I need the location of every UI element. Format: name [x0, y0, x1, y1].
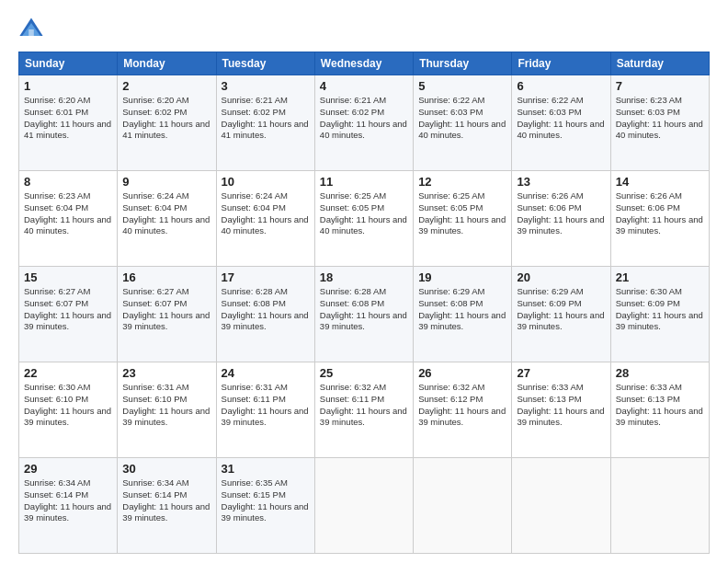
week-row-1: 1 Sunrise: 6:20 AM Sunset: 6:01 PM Dayli…: [19, 75, 710, 171]
day-cell-6: 6 Sunrise: 6:22 AM Sunset: 6:03 PM Dayli…: [512, 75, 610, 171]
empty-cell: [314, 458, 413, 554]
day-number: 11: [320, 175, 408, 189]
day-number: 6: [517, 79, 605, 93]
logo-icon: [18, 17, 44, 42]
day-number: 5: [418, 79, 506, 93]
week-row-3: 15 Sunrise: 6:27 AM Sunset: 6:07 PM Dayl…: [19, 267, 710, 362]
empty-cell: [414, 458, 512, 554]
week-row-4: 22 Sunrise: 6:30 AM Sunset: 6:10 PM Dayl…: [19, 362, 710, 458]
weekday-friday: Friday: [512, 52, 610, 75]
day-number: 14: [616, 175, 704, 189]
day-number: 27: [517, 366, 605, 380]
day-cell-7: 7 Sunrise: 6:23 AM Sunset: 6:03 PM Dayli…: [610, 75, 709, 171]
day-info: Sunrise: 6:28 AM Sunset: 6:08 PM Dayligh…: [320, 286, 408, 333]
day-cell-11: 11 Sunrise: 6:25 AM Sunset: 6:05 PM Dayl…: [314, 171, 413, 267]
day-cell-30: 30 Sunrise: 6:34 AM Sunset: 6:14 PM Dayl…: [118, 458, 216, 554]
day-info: Sunrise: 6:33 AM Sunset: 6:13 PM Dayligh…: [616, 382, 704, 429]
day-number: 19: [418, 270, 506, 284]
svg-rect-2: [28, 29, 34, 36]
logo: [18, 17, 50, 42]
day-number: 30: [122, 462, 210, 476]
day-cell-15: 15 Sunrise: 6:27 AM Sunset: 6:07 PM Dayl…: [19, 267, 118, 362]
day-cell-4: 4 Sunrise: 6:21 AM Sunset: 6:02 PM Dayli…: [314, 75, 413, 171]
day-number: 8: [24, 175, 112, 189]
day-cell-27: 27 Sunrise: 6:33 AM Sunset: 6:13 PM Dayl…: [512, 362, 610, 458]
day-info: Sunrise: 6:21 AM Sunset: 6:02 PM Dayligh…: [320, 95, 408, 142]
weekday-thursday: Thursday: [414, 52, 512, 75]
day-number: 20: [517, 270, 605, 284]
day-number: 18: [320, 270, 408, 284]
day-number: 12: [418, 175, 506, 189]
day-number: 10: [222, 175, 310, 189]
day-number: 15: [24, 270, 112, 284]
day-cell-22: 22 Sunrise: 6:30 AM Sunset: 6:10 PM Dayl…: [19, 362, 118, 458]
page: SundayMondayTuesdayWednesdayThursdayFrid…: [0, 0, 728, 563]
weekday-saturday: Saturday: [610, 52, 709, 75]
weekday-wednesday: Wednesday: [314, 52, 413, 75]
day-number: 9: [122, 175, 210, 189]
day-number: 13: [517, 175, 605, 189]
day-number: 31: [222, 462, 310, 476]
day-info: Sunrise: 6:24 AM Sunset: 6:04 PM Dayligh…: [222, 190, 310, 237]
calendar-table: SundayMondayTuesdayWednesdayThursdayFrid…: [18, 52, 710, 554]
day-cell-16: 16 Sunrise: 6:27 AM Sunset: 6:07 PM Dayl…: [118, 267, 216, 362]
day-info: Sunrise: 6:27 AM Sunset: 6:07 PM Dayligh…: [24, 286, 112, 333]
day-cell-23: 23 Sunrise: 6:31 AM Sunset: 6:10 PM Dayl…: [118, 362, 216, 458]
day-info: Sunrise: 6:32 AM Sunset: 6:11 PM Dayligh…: [320, 382, 408, 429]
day-info: Sunrise: 6:22 AM Sunset: 6:03 PM Dayligh…: [517, 95, 605, 142]
day-number: 22: [24, 366, 112, 380]
header: [18, 17, 710, 42]
day-info: Sunrise: 6:23 AM Sunset: 6:03 PM Dayligh…: [616, 95, 704, 142]
day-number: 7: [616, 79, 704, 93]
day-info: Sunrise: 6:33 AM Sunset: 6:13 PM Dayligh…: [517, 382, 605, 429]
day-info: Sunrise: 6:21 AM Sunset: 6:02 PM Dayligh…: [222, 95, 310, 142]
day-number: 26: [418, 366, 506, 380]
day-info: Sunrise: 6:23 AM Sunset: 6:04 PM Dayligh…: [24, 190, 112, 237]
day-number: 21: [616, 270, 704, 284]
day-number: 29: [24, 462, 112, 476]
day-number: 25: [320, 366, 408, 380]
day-info: Sunrise: 6:26 AM Sunset: 6:06 PM Dayligh…: [517, 190, 605, 237]
day-cell-29: 29 Sunrise: 6:34 AM Sunset: 6:14 PM Dayl…: [19, 458, 118, 554]
day-info: Sunrise: 6:25 AM Sunset: 6:05 PM Dayligh…: [418, 190, 506, 237]
day-info: Sunrise: 6:22 AM Sunset: 6:03 PM Dayligh…: [418, 95, 506, 142]
day-info: Sunrise: 6:32 AM Sunset: 6:12 PM Dayligh…: [418, 382, 506, 429]
day-cell-17: 17 Sunrise: 6:28 AM Sunset: 6:08 PM Dayl…: [216, 267, 314, 362]
day-info: Sunrise: 6:34 AM Sunset: 6:14 PM Dayligh…: [24, 477, 112, 524]
day-info: Sunrise: 6:25 AM Sunset: 6:05 PM Dayligh…: [320, 190, 408, 237]
day-info: Sunrise: 6:31 AM Sunset: 6:10 PM Dayligh…: [122, 382, 210, 429]
day-cell-19: 19 Sunrise: 6:29 AM Sunset: 6:08 PM Dayl…: [414, 267, 512, 362]
day-cell-21: 21 Sunrise: 6:30 AM Sunset: 6:09 PM Dayl…: [610, 267, 709, 362]
day-cell-20: 20 Sunrise: 6:29 AM Sunset: 6:09 PM Dayl…: [512, 267, 610, 362]
week-row-2: 8 Sunrise: 6:23 AM Sunset: 6:04 PM Dayli…: [19, 171, 710, 267]
day-cell-9: 9 Sunrise: 6:24 AM Sunset: 6:04 PM Dayli…: [118, 171, 216, 267]
day-cell-12: 12 Sunrise: 6:25 AM Sunset: 6:05 PM Dayl…: [414, 171, 512, 267]
weekday-header-row: SundayMondayTuesdayWednesdayThursdayFrid…: [19, 52, 710, 75]
day-number: 24: [222, 366, 310, 380]
day-info: Sunrise: 6:30 AM Sunset: 6:09 PM Dayligh…: [616, 286, 704, 333]
day-cell-10: 10 Sunrise: 6:24 AM Sunset: 6:04 PM Dayl…: [216, 171, 314, 267]
empty-cell: [512, 458, 610, 554]
weekday-monday: Monday: [118, 52, 216, 75]
day-info: Sunrise: 6:29 AM Sunset: 6:09 PM Dayligh…: [517, 286, 605, 333]
day-info: Sunrise: 6:20 AM Sunset: 6:01 PM Dayligh…: [24, 95, 112, 142]
day-cell-14: 14 Sunrise: 6:26 AM Sunset: 6:06 PM Dayl…: [610, 171, 709, 267]
day-cell-25: 25 Sunrise: 6:32 AM Sunset: 6:11 PM Dayl…: [314, 362, 413, 458]
day-number: 16: [122, 270, 210, 284]
day-cell-3: 3 Sunrise: 6:21 AM Sunset: 6:02 PM Dayli…: [216, 75, 314, 171]
day-info: Sunrise: 6:20 AM Sunset: 6:02 PM Dayligh…: [122, 95, 210, 142]
day-info: Sunrise: 6:30 AM Sunset: 6:10 PM Dayligh…: [24, 382, 112, 429]
empty-cell: [610, 458, 709, 554]
day-number: 2: [122, 79, 210, 93]
day-number: 23: [122, 366, 210, 380]
day-cell-26: 26 Sunrise: 6:32 AM Sunset: 6:12 PM Dayl…: [414, 362, 512, 458]
day-number: 1: [24, 79, 112, 93]
day-info: Sunrise: 6:34 AM Sunset: 6:14 PM Dayligh…: [122, 477, 210, 524]
day-number: 4: [320, 79, 408, 93]
week-row-5: 29 Sunrise: 6:34 AM Sunset: 6:14 PM Dayl…: [19, 458, 710, 554]
day-cell-5: 5 Sunrise: 6:22 AM Sunset: 6:03 PM Dayli…: [414, 75, 512, 171]
day-cell-18: 18 Sunrise: 6:28 AM Sunset: 6:08 PM Dayl…: [314, 267, 413, 362]
day-number: 28: [616, 366, 704, 380]
day-info: Sunrise: 6:24 AM Sunset: 6:04 PM Dayligh…: [122, 190, 210, 237]
day-cell-31: 31 Sunrise: 6:35 AM Sunset: 6:15 PM Dayl…: [216, 458, 314, 554]
